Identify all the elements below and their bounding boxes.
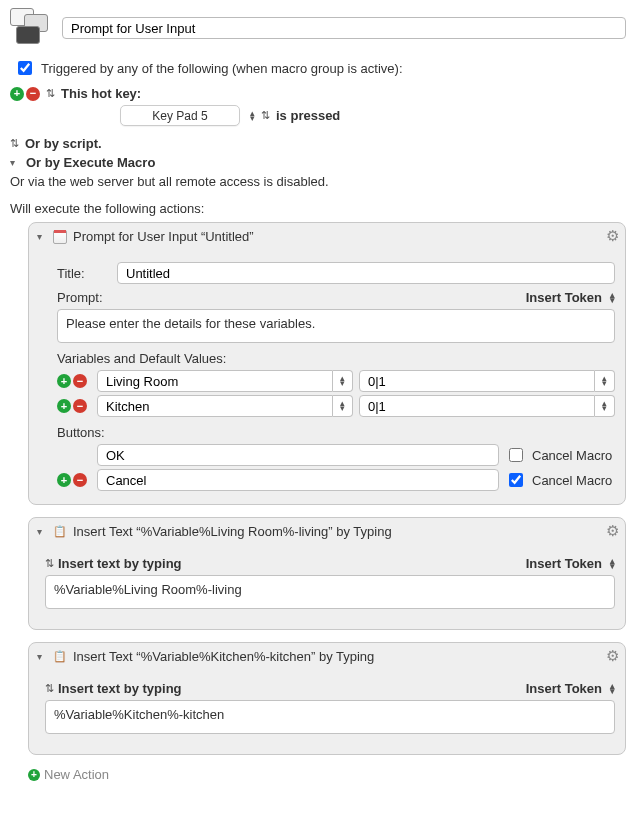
insert-mode-stepper[interactable]: ⇅: [45, 557, 54, 570]
hotkey-dropdown-icon[interactable]: ▴▾: [250, 111, 255, 121]
hotkey-selector[interactable]: Key Pad 5: [120, 105, 240, 126]
macro-icon: [10, 8, 54, 48]
insert-mode-label: Insert text by typing: [58, 681, 182, 696]
action3-title: Insert Text “%Variable%Kitchen%-kitchen”…: [73, 649, 374, 664]
action-prompt-for-input: ▾ Prompt for User Input “Untitled” ⚙ Tit…: [28, 222, 626, 505]
insert-text-textarea[interactable]: %Variable%Living Room%-living: [45, 575, 615, 609]
new-action-button[interactable]: + New Action: [28, 767, 626, 782]
trigger-hotkey-label: This hot key:: [61, 86, 141, 101]
cancel-macro-checkbox[interactable]: [509, 473, 523, 487]
action-insert-text-living: ▾ 📋 Insert Text “%Variable%Living Room%-…: [28, 517, 626, 630]
triggers-enabled-checkbox[interactable]: [18, 61, 32, 75]
insert-token-button[interactable]: Insert Token ▴▾: [526, 556, 615, 571]
chevron-down-icon[interactable]: ▴▾: [595, 370, 615, 392]
trigger-heading: Triggered by any of the following (when …: [41, 61, 403, 76]
trigger-type-stepper[interactable]: ⇅: [46, 87, 55, 100]
hotkey-mode-stepper[interactable]: ⇅: [261, 109, 270, 122]
chevron-down-icon[interactable]: ▴▾: [595, 395, 615, 417]
add-var-button[interactable]: +: [57, 374, 71, 388]
var-default-combo[interactable]: ▴▾: [359, 395, 615, 417]
var-name-combo[interactable]: ▴▾: [97, 370, 353, 392]
chevron-down-icon: ▴▾: [610, 559, 615, 569]
will-execute-label: Will execute the following actions:: [10, 201, 626, 216]
chevron-down-icon[interactable]: ▴▾: [333, 370, 353, 392]
action2-gear-icon[interactable]: ⚙: [606, 522, 619, 540]
clipboard-icon: 📋: [53, 525, 67, 539]
prompt-label: Prompt:: [57, 290, 103, 305]
action1-disclose[interactable]: ▾: [37, 231, 47, 242]
var-default-combo[interactable]: ▴▾: [359, 370, 615, 392]
hotkey-is-pressed: is pressed: [276, 108, 340, 123]
buttons-label: Buttons:: [57, 425, 615, 440]
add-trigger-button[interactable]: +: [10, 87, 24, 101]
title-label: Title:: [57, 266, 107, 281]
insert-token-button[interactable]: Insert Token ▴▾: [526, 290, 615, 305]
add-icon: +: [28, 769, 40, 781]
insert-mode-label: Insert text by typing: [58, 556, 182, 571]
clipboard-icon: 📋: [53, 650, 67, 664]
action3-disclose[interactable]: ▾: [37, 651, 47, 662]
chevron-down-icon[interactable]: ▴▾: [333, 395, 353, 417]
remove-var-button[interactable]: −: [73, 399, 87, 413]
chevron-down-icon: ▴▾: [610, 684, 615, 694]
insert-mode-stepper[interactable]: ⇅: [45, 682, 54, 695]
cancel-macro-row[interactable]: Cancel Macro: [505, 445, 615, 465]
action2-title: Insert Text “%Variable%Living Room%-livi…: [73, 524, 392, 539]
var-name-combo[interactable]: ▴▾: [97, 395, 353, 417]
title-input[interactable]: [117, 262, 615, 284]
action2-disclose[interactable]: ▾: [37, 526, 47, 537]
button-name-input[interactable]: [97, 469, 499, 491]
action3-gear-icon[interactable]: ⚙: [606, 647, 619, 665]
action1-title: Prompt for User Input “Untitled”: [73, 229, 254, 244]
prompt-textarea[interactable]: Please enter the details for these varia…: [57, 309, 615, 343]
trigger-script-stepper[interactable]: ⇅: [10, 137, 19, 150]
action-insert-text-kitchen: ▾ 📋 Insert Text “%Variable%Kitchen%-kitc…: [28, 642, 626, 755]
cancel-macro-row[interactable]: Cancel Macro: [505, 470, 615, 490]
insert-text-textarea[interactable]: %Variable%Kitchen%-kitchen: [45, 700, 615, 734]
trigger-execute: Or by Execute Macro: [26, 155, 155, 170]
remove-trigger-button[interactable]: −: [26, 87, 40, 101]
cancel-macro-checkbox[interactable]: [509, 448, 523, 462]
remove-var-button[interactable]: −: [73, 374, 87, 388]
trigger-execute-disclose[interactable]: ▾: [10, 157, 20, 168]
vars-label: Variables and Default Values:: [57, 351, 615, 366]
add-button[interactable]: +: [57, 473, 71, 487]
trigger-script: Or by script.: [25, 136, 102, 151]
form-icon: [53, 230, 67, 244]
macro-name-input[interactable]: [62, 17, 626, 39]
remove-button[interactable]: −: [73, 473, 87, 487]
trigger-web: Or via the web server but all remote acc…: [10, 174, 329, 189]
insert-token-button[interactable]: Insert Token ▴▾: [526, 681, 615, 696]
chevron-down-icon: ▴▾: [610, 293, 615, 303]
button-name-input[interactable]: [97, 444, 499, 466]
action1-gear-icon[interactable]: ⚙: [606, 227, 619, 245]
add-var-button[interactable]: +: [57, 399, 71, 413]
